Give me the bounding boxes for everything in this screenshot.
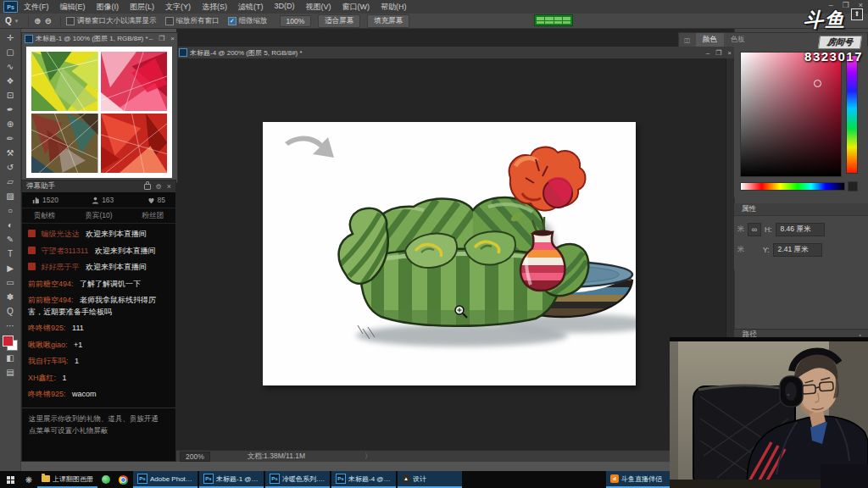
folder-taskbar-button[interactable]: 上课翻图画册 — [37, 471, 97, 488]
chat-username[interactable]: 好好恶于平 — [42, 263, 80, 271]
restore-icon[interactable]: ❐ — [159, 35, 164, 42]
zoom-level-field[interactable]: 200% — [180, 452, 210, 462]
menu-item[interactable]: 图像(I) — [97, 2, 120, 13]
zoom-tool-icon[interactable]: Q ▾ — [5, 16, 18, 25]
green-app-icon[interactable] — [97, 475, 114, 484]
tool-item[interactable]: T — [2, 247, 19, 261]
menu-item[interactable]: 视图(V) — [306, 2, 331, 13]
chat-username[interactable]: 前前糖空494: — [28, 296, 74, 304]
zoom-100-button[interactable]: 100% — [280, 15, 312, 27]
tool-item[interactable]: ✏ — [2, 131, 19, 146]
link-dimensions-icon[interactable]: ∞ — [748, 223, 761, 236]
abstract-art-pink — [101, 52, 168, 111]
chat-tab[interactable]: 粉丝团 — [142, 211, 164, 221]
chat-username[interactable]: 守望者311311 — [42, 247, 89, 255]
tool-item[interactable]: ❖ — [2, 74, 19, 88]
main-doc-titlebar[interactable]: 未标题-4 @ 200% (图层 5, RGB/8#) * – ❐ × — [176, 47, 734, 58]
screen-mode-button[interactable]: ▤ — [2, 365, 19, 380]
tool-item[interactable]: ✛ — [2, 30, 19, 45]
menu-item[interactable]: 文件(F) — [24, 2, 49, 13]
fill-screen-button[interactable]: 填充屏幕 — [367, 14, 409, 28]
menu-item[interactable]: 图层(L) — [130, 2, 154, 13]
tool-item[interactable]: ○ — [2, 203, 19, 218]
tool-item[interactable]: ✽ — [2, 290, 19, 304]
saturation-square[interactable] — [740, 52, 842, 177]
menu-item[interactable]: 选择(S) — [202, 2, 227, 13]
tool-item[interactable]: ▱ — [2, 175, 19, 189]
chat-username[interactable]: 啾啾啾giao: — [28, 341, 68, 349]
chat-username[interactable]: 咚咚锵925: — [28, 324, 66, 332]
fit-screen-button[interactable]: 适合屏幕 — [318, 14, 360, 28]
zoom-out-button[interactable]: ⊖ — [45, 16, 52, 25]
menu-item[interactable]: 文字(Y) — [165, 2, 191, 13]
taskbar-app-button[interactable]: Ps 冷暖色系列.jpg @... — [265, 471, 330, 488]
chat-username[interactable]: XH鑫红: — [28, 374, 56, 382]
chat-tab[interactable]: 贵宾(10) — [85, 211, 112, 221]
taskbar-app-button[interactable]: ▲ 设计 — [398, 471, 462, 488]
menu-item[interactable]: 3D(D) — [275, 2, 295, 13]
tool-item[interactable]: ▶ — [2, 261, 19, 275]
chat-header[interactable]: 弹幕助手 ⚙ × — [22, 180, 175, 192]
zoom-in-button[interactable]: ⊕ — [34, 16, 41, 25]
minimize-icon[interactable]: – — [706, 49, 709, 57]
ramp-black-swatch[interactable] — [848, 181, 858, 191]
tool-item[interactable]: ⊕ — [2, 117, 19, 131]
taskbar-app-button[interactable]: d 斗鱼直播伴侣 — [606, 471, 670, 488]
gear-icon[interactable]: ⚙ — [156, 183, 162, 191]
properties-panel-header[interactable]: 属性 — [734, 203, 868, 216]
tool-item[interactable]: ▢ — [2, 45, 19, 59]
chat-message-row: XH鑫红: 1 — [28, 373, 170, 385]
scrubby-zoom-checkbox[interactable]: ✓ — [228, 17, 236, 25]
close-icon[interactable]: × — [170, 35, 175, 42]
tool-item[interactable]: ↺ — [2, 160, 19, 175]
doc1-canvas[interactable] — [26, 47, 172, 178]
start-button[interactable] — [0, 476, 20, 484]
quick-mask-button[interactable]: ◧ — [2, 351, 19, 365]
tool-item[interactable]: ▨ — [2, 189, 19, 203]
color-ramp[interactable] — [740, 182, 845, 191]
pinwheel-app-icon[interactable]: ❋ — [20, 475, 37, 485]
canvas[interactable] — [263, 122, 636, 385]
tool-item[interactable]: ⊡ — [2, 88, 19, 103]
close-icon[interactable]: × — [167, 182, 171, 191]
tab-color[interactable]: 颜色 — [696, 33, 724, 47]
doc1-titlebar[interactable]: 未标题-1 @ 100% (图层 1, RGB/8#) * – ❐ × — [22, 33, 177, 44]
restore-icon[interactable]: ❐ — [715, 49, 721, 57]
tool-item[interactable]: ∿ — [2, 59, 19, 74]
app-icon: Ps — [137, 474, 147, 484]
y-position-field[interactable]: 2.41 厘米 — [773, 243, 822, 257]
taskbar-app-button[interactable]: Ps 未标题-4 @ 200%... — [331, 471, 396, 488]
taskbar-app-button[interactable]: Ps 未标题-1 @ 100%... — [199, 471, 264, 488]
close-icon[interactable]: × — [727, 49, 732, 57]
tab-swatches[interactable]: 色板 — [724, 33, 752, 47]
taskbar-app-button[interactable]: Ps Adobe Photoshop... — [133, 471, 198, 488]
collapse-panels-icon[interactable]: ◫ — [684, 36, 691, 44]
lock-icon[interactable] — [144, 184, 151, 190]
zoom-all-windows-checkbox[interactable] — [165, 17, 174, 25]
status-arrow[interactable]: 〉 — [364, 452, 372, 462]
height-field[interactable]: 8.46 厘米 — [776, 223, 825, 236]
tool-item[interactable]: ⚒ — [2, 146, 19, 160]
chat-tab[interactable]: 贡献榜 — [34, 211, 56, 221]
chat-username[interactable]: 前前糖空494: — [28, 280, 74, 288]
minimize-icon[interactable]: – — [149, 35, 153, 42]
tool-item[interactable]: ⋯ — [2, 319, 19, 333]
tool-item[interactable]: ◐ — [2, 218, 19, 232]
color-cursor[interactable] — [814, 80, 821, 87]
chat-username[interactable]: 蝙级光达达 — [42, 230, 80, 238]
chat-messages[interactable]: 蝙级光达达 欢迎来到本直播间 守望者311311 欢迎来到本直播间 好好恶于平 … — [22, 224, 175, 408]
tool-item[interactable]: ▭ — [2, 275, 19, 290]
tool-item[interactable]: Q — [2, 304, 19, 319]
hue-slider[interactable] — [846, 55, 858, 174]
foreground-color-swatch[interactable] — [3, 336, 14, 347]
chat-username[interactable]: 我自行车吗: — [28, 357, 69, 365]
chrome-icon[interactable] — [114, 475, 131, 485]
menu-item[interactable]: 窗口(W) — [342, 2, 370, 13]
menu-item[interactable]: 帮助(H) — [381, 2, 407, 13]
menu-item[interactable]: 滤镜(T) — [238, 2, 264, 13]
chat-username[interactable]: 咚咚锵925: — [28, 390, 66, 398]
tool-item[interactable]: ✎ — [2, 232, 19, 247]
menu-item[interactable]: 编辑(E) — [60, 2, 86, 13]
resize-windows-checkbox[interactable] — [66, 17, 75, 25]
tool-item[interactable]: ✒ — [2, 103, 19, 117]
